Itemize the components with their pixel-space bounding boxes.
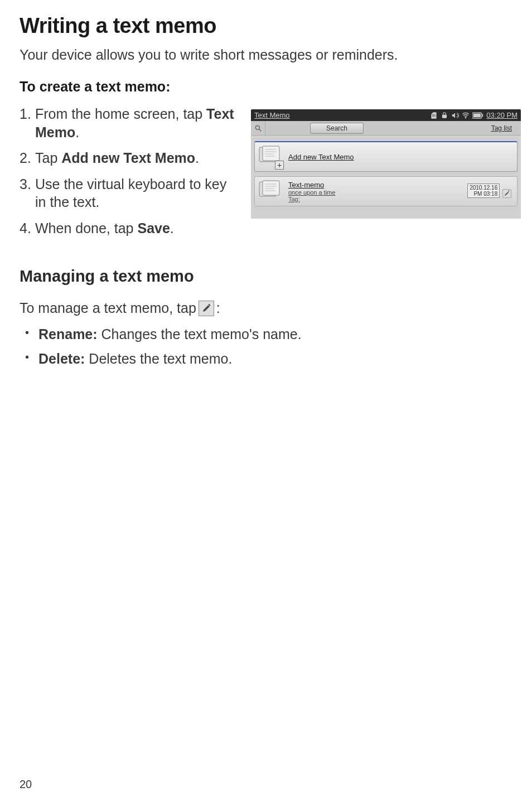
wifi-icon — [462, 112, 470, 119]
memo-title: Text-memo — [288, 181, 462, 189]
search-icon[interactable] — [251, 121, 265, 136]
steps-list: From the home screen, tap Text Memo. Tap… — [20, 105, 240, 237]
manage-options-list: Rename: Changes the text memo's name. De… — [20, 325, 512, 369]
status-time: 03:20 PM — [486, 111, 518, 119]
plus-icon: + — [275, 161, 284, 170]
section-title: To create a text memo: — [20, 79, 512, 95]
svg-rect-9 — [263, 146, 279, 161]
manage-option-delete: Delete: Deletes the text memo. — [20, 350, 512, 369]
add-new-memo-card[interactable]: + Add new Text Memo — [254, 141, 518, 172]
edit-icon — [199, 301, 214, 316]
svg-rect-4 — [473, 113, 481, 117]
device-screenshot: Text Memo SD 03:20 PM Search Tag list — [251, 109, 521, 219]
app-title: Text Memo — [254, 111, 290, 119]
svg-text:SD: SD — [432, 114, 437, 117]
step-4: When done, tap Save. — [20, 219, 240, 238]
status-bar: Text Memo SD 03:20 PM — [251, 109, 521, 121]
lock-icon — [441, 112, 448, 119]
svg-point-2 — [466, 117, 466, 118]
step-3: Use the virtual keyboard to key in the t… — [20, 175, 240, 211]
tag-list-link[interactable]: Tag list — [364, 124, 521, 132]
memo-tag-label: Tag: — [288, 196, 462, 202]
manage-option-rename: Rename: Changes the text memo's name. — [20, 325, 512, 344]
memo-thumb-icon: + — [258, 145, 283, 168]
managing-heading: Managing a text memo — [20, 267, 512, 286]
edit-icon[interactable] — [502, 189, 511, 199]
svg-rect-1 — [442, 114, 447, 118]
memo-thumb-icon — [258, 180, 283, 203]
memo-card[interactable]: Text-memo once upon a time Tag: 2010.12.… — [254, 176, 518, 206]
page-heading: Writing a text memo — [20, 14, 512, 38]
toolbar: Search Tag list — [251, 121, 521, 136]
page-number: 20 — [20, 778, 32, 791]
sd-card-icon: SD — [430, 112, 438, 119]
svg-point-6 — [255, 125, 259, 129]
battery-icon — [472, 112, 483, 119]
volume-icon — [451, 112, 459, 119]
step-1: From the home screen, tap Text Memo. — [20, 105, 240, 141]
intro-text: Your device allows you to write short me… — [20, 47, 512, 63]
search-button[interactable]: Search — [310, 123, 364, 134]
svg-rect-15 — [263, 181, 279, 195]
svg-line-7 — [259, 129, 261, 131]
step-2: Tap Add new Text Memo. — [20, 149, 240, 167]
memo-meta: 2010.12.16 PM 03:18 — [467, 183, 511, 199]
managing-intro: To manage a text memo, tap : — [20, 300, 512, 316]
memo-subtitle: once upon a time — [288, 189, 462, 196]
svg-rect-5 — [482, 114, 483, 117]
add-new-memo-label: Add new Text Memo — [288, 153, 354, 161]
